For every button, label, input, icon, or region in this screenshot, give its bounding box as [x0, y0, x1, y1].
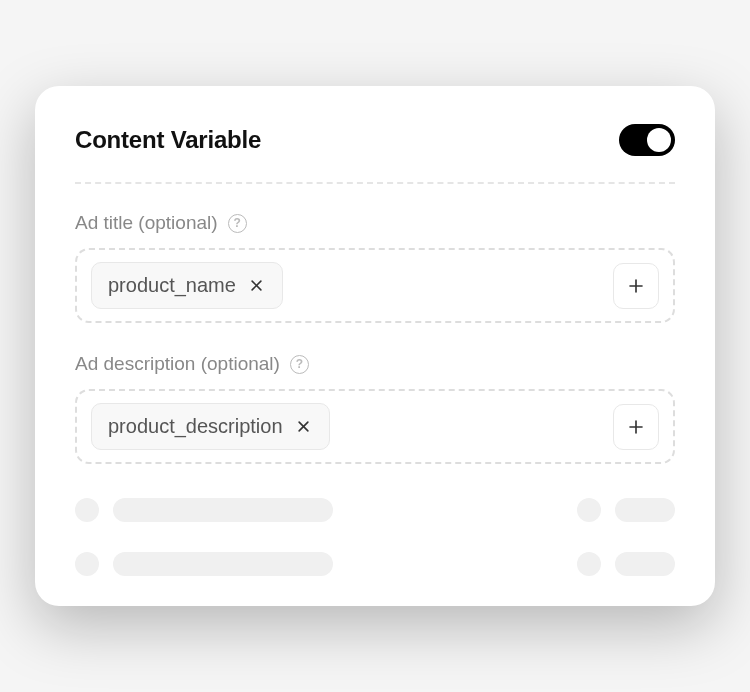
skeleton-row [75, 498, 675, 522]
ad-description-label: Ad description (optional) [75, 353, 280, 375]
skeleton-circle [577, 498, 601, 522]
ad-title-chip-text: product_name [108, 274, 236, 297]
close-icon[interactable] [295, 418, 313, 436]
skeleton-circle [75, 552, 99, 576]
ad-description-chip: product_description [91, 403, 330, 450]
ad-description-field: Ad description (optional) ? product_desc… [75, 353, 675, 464]
ad-title-field: Ad title (optional) ? product_name [75, 212, 675, 323]
help-icon[interactable]: ? [290, 355, 309, 374]
skeleton-placeholder [75, 498, 675, 576]
skeleton-bar [615, 552, 675, 576]
close-icon[interactable] [248, 277, 266, 295]
ad-description-label-row: Ad description (optional) ? [75, 353, 675, 375]
ad-description-chip-text: product_description [108, 415, 283, 438]
help-icon[interactable]: ? [228, 214, 247, 233]
ad-description-chip-container: product_description [75, 389, 675, 464]
add-button[interactable] [613, 404, 659, 450]
ad-title-label-row: Ad title (optional) ? [75, 212, 675, 234]
content-variable-card: Content Variable Ad title (optional) ? p… [35, 86, 715, 606]
add-button[interactable] [613, 263, 659, 309]
skeleton-circle [75, 498, 99, 522]
ad-title-chip-container: product_name [75, 248, 675, 323]
ad-title-label: Ad title (optional) [75, 212, 218, 234]
skeleton-bar [113, 552, 333, 576]
card-title: Content Variable [75, 126, 261, 154]
card-header: Content Variable [75, 124, 675, 156]
skeleton-bar [615, 498, 675, 522]
skeleton-row [75, 552, 675, 576]
enable-toggle[interactable] [619, 124, 675, 156]
header-divider [75, 182, 675, 184]
skeleton-circle [577, 552, 601, 576]
skeleton-bar [113, 498, 333, 522]
ad-title-chip: product_name [91, 262, 283, 309]
